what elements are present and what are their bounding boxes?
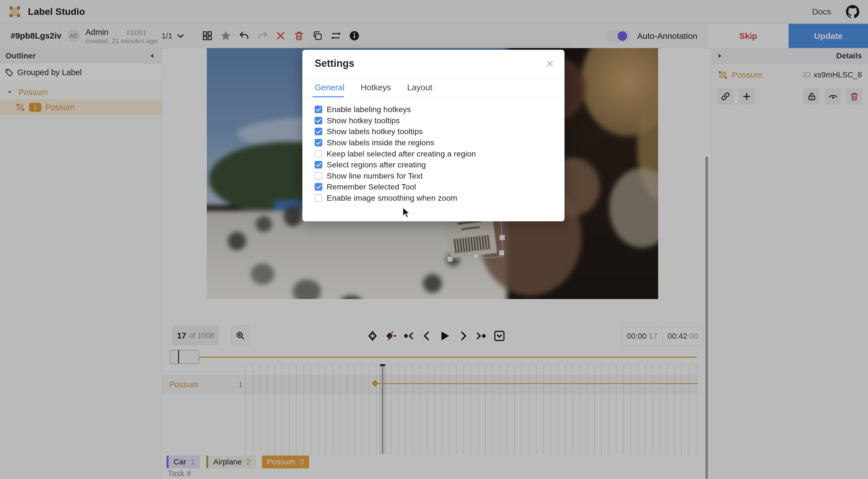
settings-options: Enable labeling hotkeys Show hotkey tool…	[315, 104, 522, 203]
settings-tabs: General Hotkeys Layout	[315, 83, 432, 92]
option-show-hotkey-tooltips[interactable]: Show hotkey tooltips	[315, 115, 522, 126]
close-icon[interactable]	[545, 59, 555, 69]
option-keep-label-selected[interactable]: Keep label selected after creating a reg…	[315, 148, 522, 159]
option-label: Show hotkey tooltips	[327, 116, 400, 125]
checkbox-checked-icon[interactable]	[315, 117, 322, 124]
option-show-line-numbers[interactable]: Show line numbers for Text	[315, 170, 522, 182]
modal-title: Settings	[315, 58, 354, 69]
checkbox-unchecked-icon[interactable]	[315, 172, 322, 180]
checkbox-checked-icon[interactable]	[315, 106, 322, 113]
option-label: Select regions after creating	[327, 160, 426, 169]
checkbox-unchecked-icon[interactable]	[315, 194, 322, 202]
option-label: Remember Selected Tool	[327, 182, 416, 191]
checkbox-checked-icon[interactable]	[315, 183, 322, 191]
checkbox-checked-icon[interactable]	[315, 128, 322, 135]
option-enable-image-smoothing[interactable]: Enable image smoothing when zoom	[315, 193, 522, 204]
option-label: Enable labeling hotkeys	[327, 105, 411, 114]
option-label: Show line numbers for Text	[327, 171, 423, 181]
divider	[302, 97, 564, 98]
checkbox-checked-icon[interactable]	[315, 139, 322, 147]
option-enable-labeling-hotkeys[interactable]: Enable labeling hotkeys	[315, 104, 522, 115]
mouse-cursor	[402, 207, 412, 219]
tab-hotkeys[interactable]: Hotkeys	[361, 83, 391, 92]
option-label: Keep label selected after creating a reg…	[327, 149, 476, 158]
tab-layout[interactable]: Layout	[407, 83, 432, 92]
option-label: Enable image smoothing when zoom	[327, 193, 457, 202]
option-show-labels-inside-regions[interactable]: Show labels inside the regions	[315, 137, 522, 149]
option-show-labels-hotkey-tooltips[interactable]: Show labels hotkey tooltips	[315, 126, 522, 137]
checkbox-checked-icon[interactable]	[315, 161, 322, 168]
settings-modal: Settings General Hotkeys Layout Enable l…	[302, 50, 564, 221]
tab-general[interactable]: General	[315, 83, 345, 92]
option-remember-selected-tool[interactable]: Remember Selected Tool	[315, 181, 522, 193]
option-label: Show labels hotkey tooltips	[327, 127, 423, 136]
checkbox-unchecked-icon[interactable]	[315, 150, 322, 158]
label-studio-app: Label Studio Docs #9pb8Lgs2iv AD Admin #…	[0, 0, 868, 479]
option-select-regions-after-creating[interactable]: Select regions after creating	[315, 159, 522, 170]
option-label: Show labels inside the regions	[327, 138, 434, 147]
